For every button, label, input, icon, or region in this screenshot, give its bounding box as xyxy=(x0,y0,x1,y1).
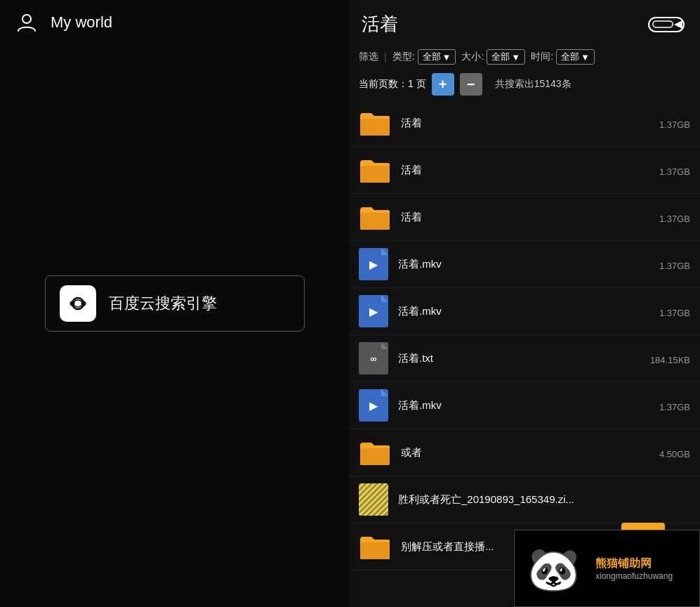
video-file-icon: ▶ xyxy=(359,248,388,280)
file-name: 活着.mkv xyxy=(398,305,442,318)
right-panel-title: 活着 xyxy=(362,12,398,37)
file-info: 活着 1.37GB xyxy=(401,164,690,177)
right-header: 活着 xyxy=(349,0,700,45)
page-plus-button[interactable]: + xyxy=(432,73,454,96)
panda-emoji: 🐼 xyxy=(515,530,592,607)
file-size: 4.50GB xyxy=(659,449,690,459)
size-filter-group: 大小: 全部 ▼ xyxy=(461,49,525,65)
pagination-bar: 当前页数：1 页 + − 共搜索出15143条 xyxy=(349,69,700,100)
file-size: 1.37GB xyxy=(659,214,690,224)
right-panel-wrapper: 活着 筛选 | 类型: 全部 ▼ 大小: xyxy=(349,0,700,607)
svg-marker-5 xyxy=(674,20,682,29)
type-filter-label: 类型: xyxy=(392,51,415,63)
file-info: 活着 1.37GB xyxy=(401,117,690,130)
page-minus-button[interactable]: − xyxy=(460,73,482,96)
svg-point-0 xyxy=(22,15,31,23)
zip-file-icon xyxy=(359,483,388,516)
pointing-hand-icon[interactable] xyxy=(645,10,687,38)
type-filter-dropdown[interactable]: 全部 ▼ xyxy=(418,49,456,65)
file-size: 1.37GB xyxy=(659,261,690,271)
svg-rect-6 xyxy=(653,21,673,27)
size-filter-value: 全部 xyxy=(491,51,510,63)
panda-overlay[interactable]: 🐼 熊猫铺助网 xiongmaofuzhuwang xyxy=(514,530,700,607)
file-info: 活着.txt 184.15KB xyxy=(398,352,690,365)
size-filter-dropdown[interactable]: 全部 ▼ xyxy=(487,49,525,65)
size-filter-label: 大小: xyxy=(461,51,484,63)
file-size: 1.37GB xyxy=(659,402,690,412)
current-page-label: 当前页数：1 页 xyxy=(359,78,426,91)
file-name: 别解压或者直接播... xyxy=(401,540,494,554)
file-info: 胜利或者死亡_20190893_165349.zi... xyxy=(398,493,690,507)
filter-separator: | xyxy=(384,51,387,63)
type-filter-arrow: ▼ xyxy=(442,52,451,63)
file-size: 1.37GB xyxy=(659,308,690,318)
type-filter-value: 全部 xyxy=(423,51,441,63)
file-size: 1.37GB xyxy=(659,167,690,177)
file-name: 活着 xyxy=(401,117,422,130)
search-engine-box[interactable]: 百度云搜索引擎 xyxy=(45,275,305,332)
time-filter-arrow: ▼ xyxy=(581,52,590,63)
file-info: 活着 1.37GB xyxy=(401,211,690,224)
filter-label: 筛选 xyxy=(359,51,378,63)
file-size: 184.15KB xyxy=(650,355,690,365)
list-item[interactable]: 活着 1.37GB xyxy=(349,194,700,241)
file-name: 或者 xyxy=(401,446,422,459)
type-filter-group: 类型: 全部 ▼ xyxy=(392,49,456,65)
time-filter-value: 全部 xyxy=(561,51,579,63)
engine-label: 百度云搜索引擎 xyxy=(109,293,217,314)
right-panel: 活着 筛选 | 类型: 全部 ▼ 大小: xyxy=(349,0,700,607)
panda-title: 熊猫铺助网 xyxy=(595,556,696,571)
folder-icon xyxy=(359,530,391,563)
time-filter-group: 时间: 全部 ▼ xyxy=(531,49,595,65)
file-name: 胜利或者死亡_20190893_165349.zi... xyxy=(398,493,574,507)
folder-icon xyxy=(359,107,391,139)
folder-icon xyxy=(359,154,391,186)
file-name: 活着.txt xyxy=(398,352,433,365)
file-name: 活着.mkv xyxy=(398,399,442,412)
left-panel: My world 百度云搜索引擎 xyxy=(0,0,349,607)
list-item[interactable]: ▶ 活着.mkv 1.37GB xyxy=(349,288,700,335)
folder-icon xyxy=(359,201,391,233)
left-title: My world xyxy=(51,13,112,32)
list-item[interactable]: ∞ 活着.txt 184.15KB xyxy=(349,335,700,382)
file-info: 活着.mkv 1.37GB xyxy=(398,305,690,318)
file-name: 活着.mkv xyxy=(398,258,442,271)
list-item[interactable]: 活着 1.37GB xyxy=(349,147,700,194)
list-item[interactable]: 或者 4.50GB xyxy=(349,429,700,476)
panda-info: 熊猫铺助网 xiongmaofuzhuwang xyxy=(592,530,699,606)
play-icon: ▶ xyxy=(369,258,378,271)
list-item[interactable]: 活着 1.37GB xyxy=(349,100,700,147)
file-name: 活着 xyxy=(401,164,422,177)
panda-subtitle: xiongmaofuzhuwang xyxy=(595,571,696,581)
video-file-icon: ▶ xyxy=(359,295,388,327)
file-size: 1.37GB xyxy=(659,119,690,130)
play-icon: ▶ xyxy=(369,399,378,412)
file-info: 活着.mkv 1.37GB xyxy=(398,399,690,412)
file-info: 或者 4.50GB xyxy=(401,446,690,459)
time-filter-dropdown[interactable]: 全部 ▼ xyxy=(556,49,595,65)
filter-bar: 筛选 | 类型: 全部 ▼ 大小: 全部 ▼ 时间: 全部 xyxy=(349,45,700,69)
txt-file-icon: ∞ xyxy=(359,342,388,374)
video-file-icon: ▶ xyxy=(359,389,388,422)
folder-icon xyxy=(359,436,391,469)
list-item[interactable]: 胜利或者死亡_20190893_165349.zi... xyxy=(349,476,700,523)
engine-logo xyxy=(60,285,96,322)
play-icon: ▶ xyxy=(369,305,378,318)
list-item[interactable]: ▶ 活着.mkv 1.37GB xyxy=(349,241,700,288)
left-header: My world xyxy=(0,0,349,45)
time-filter-label: 时间: xyxy=(531,51,553,63)
search-count: 共搜索出15143条 xyxy=(495,78,572,91)
list-item[interactable]: ▶ 活着.mkv 1.37GB xyxy=(349,382,700,429)
file-name: 活着 xyxy=(401,211,422,224)
size-filter-arrow: ▼ xyxy=(511,52,520,63)
file-info: 活着.mkv 1.37GB xyxy=(398,258,690,271)
user-icon xyxy=(14,10,39,35)
